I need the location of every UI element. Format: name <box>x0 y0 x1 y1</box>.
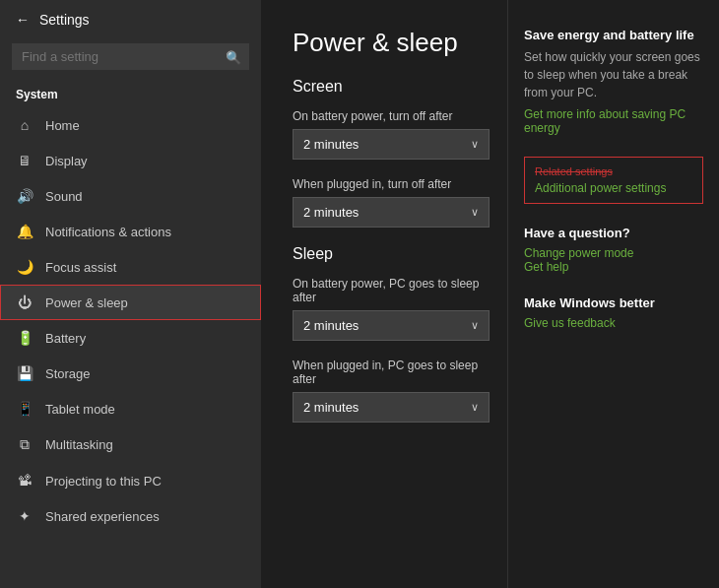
related-settings-section: Related settings Additional power settin… <box>524 157 703 204</box>
change-power-mode-link[interactable]: Change power mode <box>524 246 703 260</box>
sidebar-item-focus-assist[interactable]: 🌙 Focus assist <box>0 249 261 285</box>
search-icon: 🔍 <box>226 49 241 64</box>
on-battery-screen-value: 2 minutes <box>303 137 359 152</box>
energy-link[interactable]: Get more info about saving PC energy <box>524 107 703 135</box>
multitasking-icon: ⧉ <box>16 436 33 453</box>
notifications-icon: 🔔 <box>16 224 33 239</box>
additional-power-settings-link[interactable]: Additional power settings <box>535 181 692 195</box>
sidebar-item-storage[interactable]: 💾 Storage <box>0 356 261 391</box>
when-plugged-sleep-label: When plugged in, PC goes to sleep after <box>293 359 480 386</box>
back-icon[interactable]: ← <box>16 12 30 28</box>
sleep-section-title: Sleep <box>293 245 480 263</box>
on-battery-sleep-dropdown[interactable]: 2 minutes ∨ <box>293 310 490 341</box>
on-battery-sleep-label: On battery power, PC goes to sleep after <box>293 277 480 304</box>
right-panel: Save energy and battery life Set how qui… <box>507 0 719 588</box>
search-input[interactable] <box>12 43 249 70</box>
on-battery-screen-dropdown[interactable]: 2 minutes ∨ <box>293 129 490 160</box>
sidebar-item-label: Multitasking <box>45 437 113 452</box>
sidebar-item-label: Storage <box>45 366 91 381</box>
sidebar-item-label: Tablet mode <box>45 402 115 417</box>
sidebar-item-label: Sound <box>45 189 83 204</box>
sidebar-title: Settings <box>39 12 90 28</box>
sidebar-item-shared-experiences[interactable]: ✦ Shared experiences <box>0 498 261 534</box>
battery-icon: 🔋 <box>16 330 33 346</box>
tablet-mode-icon: 📱 <box>16 401 33 417</box>
chevron-down-icon: ∨ <box>471 206 479 219</box>
have-question-title: Have a question? <box>524 226 703 240</box>
when-plugged-screen-label: When plugged in, turn off after <box>293 177 480 191</box>
on-battery-screen-label: On battery power, turn off after <box>293 109 480 123</box>
energy-section: Save energy and battery life Set how qui… <box>524 28 703 135</box>
sidebar-item-tablet-mode[interactable]: 📱 Tablet mode <box>0 391 261 426</box>
when-plugged-sleep-value: 2 minutes <box>303 400 359 415</box>
energy-text: Set how quickly your screen goes to slee… <box>524 48 703 101</box>
sidebar-item-label: Battery <box>45 331 86 346</box>
related-settings-label: Related settings <box>535 165 692 177</box>
sidebar-item-label: Shared experiences <box>45 509 160 524</box>
chevron-down-icon: ∨ <box>471 401 479 414</box>
energy-title: Save energy and battery life <box>524 28 703 42</box>
chevron-down-icon: ∨ <box>471 138 479 151</box>
sidebar-item-label: Projecting to this PC <box>45 474 162 489</box>
focus-assist-icon: 🌙 <box>16 259 33 275</box>
sidebar-item-battery[interactable]: 🔋 Battery <box>0 320 261 356</box>
sidebar-item-projecting[interactable]: 📽 Projecting to this PC <box>0 463 261 498</box>
projecting-icon: 📽 <box>16 473 33 489</box>
have-question-section: Have a question? Change power mode Get h… <box>524 226 703 274</box>
sidebar-item-label: Notifications & actions <box>45 225 171 239</box>
get-help-link[interactable]: Get help <box>524 260 703 274</box>
display-icon: 🖥 <box>16 153 33 168</box>
sidebar-item-power-sleep[interactable]: ⏻ Power & sleep <box>0 285 261 320</box>
system-section-label: System <box>0 82 261 107</box>
when-plugged-screen-value: 2 minutes <box>303 205 359 220</box>
shared-experiences-icon: ✦ <box>16 508 33 524</box>
on-battery-sleep-value: 2 minutes <box>303 318 359 333</box>
chevron-down-icon: ∨ <box>471 319 479 332</box>
when-plugged-screen-dropdown[interactable]: 2 minutes ∨ <box>293 197 490 228</box>
sidebar: ← Settings 🔍 System ⌂ Home 🖥 Display 🔊 S… <box>0 0 261 588</box>
sidebar-item-sound[interactable]: 🔊 Sound <box>0 178 261 214</box>
make-windows-title: Make Windows better <box>524 295 703 310</box>
main-area: Power & sleep Screen On battery power, t… <box>261 0 719 588</box>
sound-icon: 🔊 <box>16 188 33 204</box>
sidebar-item-multitasking[interactable]: ⧉ Multitasking <box>0 426 261 463</box>
content-area: Power & sleep Screen On battery power, t… <box>261 0 507 588</box>
home-icon: ⌂ <box>16 117 33 133</box>
related-settings-box: Related settings Additional power settin… <box>524 157 703 204</box>
power-sleep-icon: ⏻ <box>16 294 33 310</box>
feedback-link[interactable]: Give us feedback <box>524 316 703 330</box>
sidebar-item-label: Display <box>45 154 88 168</box>
when-plugged-sleep-dropdown[interactable]: 2 minutes ∨ <box>293 392 490 423</box>
sidebar-header: ← Settings <box>0 0 261 39</box>
sidebar-item-label: Power & sleep <box>45 295 128 310</box>
page-title: Power & sleep <box>293 28 480 58</box>
screen-section-title: Screen <box>293 78 480 96</box>
sidebar-item-home[interactable]: ⌂ Home <box>0 107 261 143</box>
sleep-section: Sleep On battery power, PC goes to sleep… <box>293 245 480 423</box>
make-windows-section: Make Windows better Give us feedback <box>524 295 703 330</box>
sidebar-search-container: 🔍 <box>12 43 249 70</box>
sidebar-item-notifications[interactable]: 🔔 Notifications & actions <box>0 214 261 249</box>
sidebar-item-label: Home <box>45 118 80 133</box>
sidebar-item-display[interactable]: 🖥 Display <box>0 143 261 178</box>
storage-icon: 💾 <box>16 365 33 381</box>
sidebar-item-label: Focus assist <box>45 260 116 275</box>
